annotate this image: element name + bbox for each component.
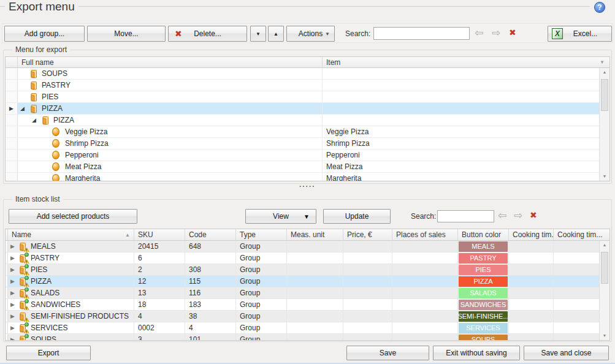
tree-node-label: PIES (42, 93, 58, 101)
add-selected-products-button[interactable]: Add selected products (9, 209, 137, 224)
export-button[interactable]: Export (6, 346, 91, 360)
item-cell (323, 68, 609, 79)
excel-export-button[interactable]: X Excel... (548, 26, 612, 42)
stock-table-row[interactable]: ▶SALADS13116GroupSALADS (6, 287, 609, 299)
scroll-up-icon[interactable]: ▲ (600, 241, 609, 249)
expand-icon[interactable]: ▶ (10, 290, 18, 296)
stock-name-label: SALADS (31, 289, 59, 297)
expand-icon[interactable]: ▶ (10, 278, 18, 284)
update-label: Update (345, 212, 369, 221)
tree-scroll-thumb[interactable] (601, 79, 608, 111)
search-next-icon[interactable]: ⇨ (514, 210, 522, 222)
stock-table-row[interactable]: ▶MEALS20415648GroupMEALS (6, 241, 609, 252)
name-cell: ▶PIZZA (8, 276, 134, 287)
actions-dropdown[interactable]: Actions ▼ (286, 26, 335, 42)
green-dot-icon (25, 299, 29, 303)
exit-label: Exit without saving (446, 349, 506, 357)
menu-tree-row[interactable]: Meat PizzaMeat Pizza (6, 161, 609, 173)
name-cell: ▶SEMI-FINISHED PRODUCTS (8, 311, 134, 322)
stock-table-row[interactable]: ▶PIES2308GroupPIES (6, 264, 609, 276)
save-and-close-button[interactable]: Save and close (524, 346, 609, 360)
sku-cell: 6 (134, 252, 185, 264)
stock-table-row[interactable]: ▶SOUPS3101GroupSOUPS (6, 334, 609, 341)
scroll-down-icon[interactable]: ▼ (600, 172, 609, 181)
stock-table-row[interactable]: ▶SEMI-FINISHED PRODUCTS438GroupSEMI-FINI… (6, 311, 609, 322)
menu-tree-row[interactable]: Veggie PizzaVeggie Pizza (6, 126, 609, 138)
stock-header-cooking-tim[interactable]: Cooking tim... (554, 229, 609, 241)
warning-icon (24, 294, 29, 299)
menu-for-export-label: Menu for export (12, 45, 70, 54)
button-color-badge: MEALS (459, 241, 508, 252)
move-down-button[interactable]: ▼ (250, 26, 266, 42)
stock-header-button-color[interactable]: Button color (458, 229, 509, 241)
button-color-cell: SEMI-FINISHE... (458, 311, 509, 322)
expand-icon[interactable]: ▶ (10, 255, 18, 261)
collapse-icon[interactable]: ◢ (32, 117, 40, 123)
view-dropdown[interactable]: View ▼ (245, 209, 316, 224)
expand-icon[interactable]: ▶ (10, 267, 18, 273)
stock-header-sku[interactable]: SKU (134, 229, 185, 241)
exit-without-saving-button[interactable]: Exit without saving (433, 346, 520, 360)
menu-tree-row[interactable]: Shrimp PizzaShrimp Pizza (6, 138, 609, 150)
expand-icon[interactable]: ▶ (10, 313, 18, 319)
search-prev-icon[interactable]: ⇦ (498, 210, 506, 222)
expand-icon[interactable]: ▶ (10, 243, 18, 249)
update-button[interactable]: Update (323, 209, 391, 224)
menu-tree-row[interactable]: PASTRY (6, 80, 609, 91)
cooking-time-cell (509, 322, 554, 333)
search-input[interactable] (373, 27, 470, 40)
row-indicator-cell (6, 80, 18, 91)
menu-tree-row[interactable]: ▶◢PIZZA (6, 103, 609, 115)
tree-scrollbar[interactable]: ▲ ▼ (599, 68, 609, 181)
collapse-icon[interactable]: ◢ (20, 105, 29, 112)
expand-icon[interactable]: ▶ (10, 301, 18, 308)
move-up-button[interactable]: ▲ (268, 26, 284, 42)
search-prev-icon[interactable]: ⇦ (475, 27, 483, 39)
add-group-button[interactable]: Add group... (4, 26, 85, 42)
scroll-down-icon[interactable]: ▼ (600, 332, 609, 340)
menu-tree-row[interactable]: SOUPS (6, 68, 609, 80)
code-cell (185, 252, 236, 264)
search-next-icon[interactable]: ⇨ (492, 27, 500, 39)
item-oval-icon (52, 151, 59, 159)
delete-button[interactable]: ✖ Delete... (168, 26, 247, 42)
type-cell: Group (236, 311, 287, 322)
search-clear-icon[interactable]: ✖ (530, 211, 537, 219)
expand-icon[interactable]: ▶ (10, 325, 18, 331)
stock-table-row[interactable]: ▶SERVICES00024GroupSERVICES (6, 322, 609, 334)
tree-header-full-name[interactable]: Full name (18, 57, 323, 68)
menu-tree-row[interactable]: PepperoniPepperoni (6, 150, 609, 161)
stock-header-cooking-tim[interactable]: Cooking tim... (509, 229, 554, 241)
scroll-up-icon[interactable]: ▲ (600, 68, 609, 77)
full-name-cell: Pepperoni (18, 150, 323, 161)
folder-icon (29, 81, 38, 90)
stock-header-name[interactable]: Name▲ (8, 229, 134, 241)
stock-table-row[interactable]: ▶PASTRY6GroupPASTRY (6, 252, 609, 264)
stock-header-places-of-sales[interactable]: Places of sales (392, 229, 458, 241)
search-clear-icon[interactable]: ✖ (509, 28, 516, 37)
stock-header-type[interactable]: Type (236, 229, 287, 241)
stock-header-price[interactable]: Price, € (343, 229, 392, 241)
tree-body: SOUPSPASTRYPIES▶◢PIZZA◢PIZZAVeggie Pizza… (6, 68, 609, 181)
help-icon[interactable]: ? (594, 2, 605, 13)
stock-table-row[interactable]: ▶PIZZA12115GroupPIZZA (6, 276, 609, 287)
save-button[interactable]: Save (346, 346, 429, 360)
stock-table-row[interactable]: ▶SANDWICHES18183GroupSANDWICHES (6, 299, 609, 311)
stock-name-label: PIES (31, 265, 47, 274)
places-of-sales-cell (392, 311, 458, 322)
stock-scrollbar[interactable]: ▲ ▼ (599, 241, 609, 340)
menu-tree-row[interactable]: MargheritaMargherita (6, 173, 609, 181)
tree-header-item[interactable]: Item ▼ (323, 57, 609, 68)
splitter-handle[interactable]: ····· (0, 184, 615, 189)
sku-cell: 4 (134, 311, 185, 322)
menu-tree-row[interactable]: PIES (6, 91, 609, 103)
stock-search-input[interactable] (437, 210, 494, 222)
filter-icon[interactable]: ▼ (600, 59, 605, 65)
stock-name-label: SANDWICHES (31, 300, 80, 309)
expand-icon[interactable]: ▶ (10, 336, 18, 341)
stock-scroll-thumb[interactable] (601, 252, 608, 284)
move-button[interactable]: Move... (87, 26, 166, 42)
stock-header-meas-unit[interactable]: Meas. unit (287, 229, 343, 241)
menu-tree-row[interactable]: ◢PIZZA (6, 115, 609, 126)
stock-header-code[interactable]: Code (185, 229, 236, 241)
